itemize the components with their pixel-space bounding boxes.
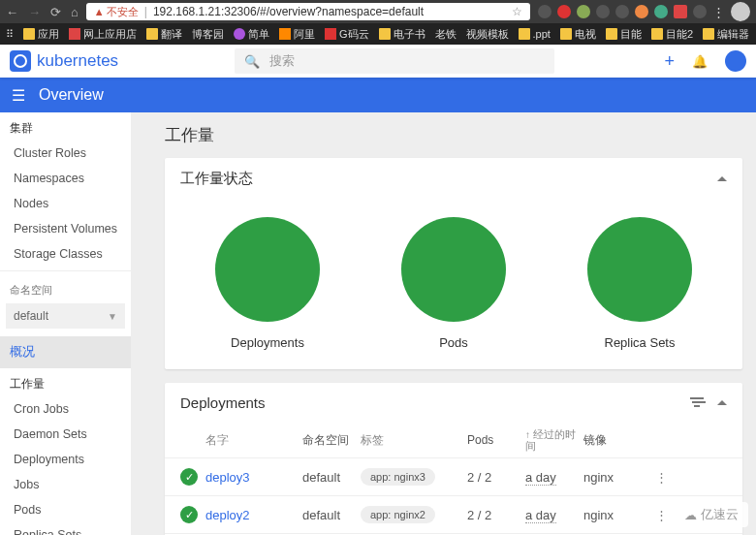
sidebar-section-namespace: 命名空间	[0, 275, 131, 301]
status-ok-icon: ✓	[180, 506, 198, 523]
deployment-link[interactable]: deploy3	[205, 470, 302, 485]
sidebar-item-deployments[interactable]: Deployments	[0, 447, 131, 472]
bookmark-item[interactable]: G码云	[325, 27, 369, 42]
row-menu-icon[interactable]: ⋮	[651, 470, 671, 485]
label-tag: app: nginx3	[361, 468, 435, 486]
bookmark-item[interactable]: 目能2	[651, 27, 693, 42]
content-title: 工作量	[165, 124, 742, 146]
sidebar-item-daemonsets[interactable]: Daemon Sets	[0, 422, 131, 447]
sidebar-item-persistent-volumes[interactable]: Persistent Volumes	[0, 216, 131, 241]
home-icon[interactable]: ⌂	[71, 5, 79, 19]
chart-replicasets: Replica Sets	[587, 217, 692, 350]
back-icon[interactable]: ←	[6, 5, 18, 19]
bookmark-item[interactable]: .ppt	[519, 28, 551, 40]
profile-avatar[interactable]	[731, 2, 750, 21]
collapse-icon[interactable]	[717, 400, 727, 405]
forward-icon[interactable]: →	[28, 5, 41, 19]
search-input[interactable]: 🔍 搜索	[235, 48, 554, 74]
page-header: ☰ Overview	[0, 78, 756, 112]
sidebar-item-storage-classes[interactable]: Storage Classes	[0, 241, 131, 267]
bookmark-item[interactable]: 翻译	[146, 27, 182, 42]
bookmark-item[interactable]: 网上应用店	[69, 27, 137, 42]
sidebar-section-cluster: 集群	[0, 112, 131, 141]
pie-icon	[215, 217, 320, 322]
browser-bar: ← → ⟳ ⌂ ▲ 不安全 | 192.168.1.21:32306/#/ove…	[0, 0, 756, 23]
menu-icon[interactable]: ⋮	[712, 5, 725, 19]
bookmark-item[interactable]: 简单	[234, 27, 269, 42]
bookmarks-bar: ⠿ 应用 网上应用店 翻译 博客园 简单 阿里 G码云 电子书 老铁 视频模板 …	[0, 23, 756, 45]
account-icon[interactable]	[725, 50, 746, 72]
sidebar-item-jobs[interactable]: Jobs	[0, 472, 131, 497]
label-tag: app: nginx2	[361, 506, 435, 523]
chart-pods: Pods	[401, 217, 506, 350]
sidebar-item-pods[interactable]: Pods	[0, 497, 131, 522]
chevron-down-icon: ▼	[108, 311, 117, 322]
address-bar[interactable]: ▲ 不安全 | 192.168.1.21:32306/#/overview?na…	[86, 3, 530, 20]
sidebar-item-cluster-roles[interactable]: Cluster Roles	[0, 141, 131, 166]
bookmark-item[interactable]: 编辑器	[703, 27, 749, 42]
kubernetes-logo[interactable]: kubernetes	[10, 50, 118, 72]
workload-status-card: 工作量状态 Deployments Pods Replica Sets	[165, 158, 742, 369]
bookmark-item[interactable]: 博客园	[192, 27, 224, 42]
filter-icon[interactable]	[690, 397, 704, 409]
table-row: ✓ deploy3 default app: nginx3 2 / 2 a da…	[165, 457, 742, 495]
table-header: 名字 命名空间 标签 Pods ↑ 经过的时间 镜像	[165, 423, 742, 457]
pie-icon	[401, 217, 506, 322]
sidebar-item-overview[interactable]: 概况	[0, 336, 131, 368]
bookmark-item[interactable]: 应用	[23, 27, 59, 42]
app-topbar: kubernetes 🔍 搜索 + 🔔	[0, 45, 756, 78]
sidebar-item-replicasets[interactable]: Replica Sets	[0, 522, 131, 535]
pie-icon	[587, 217, 692, 322]
bookmark-item[interactable]: 视频模板	[466, 27, 509, 42]
url-text: 192.168.1.21:32306/#/overview?namespace=…	[153, 5, 424, 18]
bookmark-item[interactable]: 电子书	[379, 27, 425, 42]
table-row: ✓ deploy2 default app: nginx2 2 / 2 a da…	[165, 495, 742, 533]
card-title: 工作量状态	[180, 170, 253, 188]
deployment-link[interactable]: deploy2	[205, 508, 302, 522]
bookmark-item[interactable]: 老铁	[435, 27, 457, 42]
bookmark-item[interactable]: 目能	[606, 27, 642, 42]
apps-icon[interactable]: ⠿	[6, 28, 14, 41]
search-icon: 🔍	[244, 54, 260, 69]
collapse-icon[interactable]	[717, 176, 727, 181]
sidebar-item-nodes[interactable]: Nodes	[0, 191, 131, 216]
chart-deployments: Deployments	[215, 217, 320, 350]
page-title: Overview	[39, 86, 104, 104]
bookmark-item[interactable]: 电视	[560, 27, 596, 42]
star-icon[interactable]: ☆	[512, 5, 522, 18]
notifications-icon[interactable]: 🔔	[692, 54, 708, 69]
create-button[interactable]: +	[664, 51, 675, 72]
sidebar-item-cronjobs[interactable]: Cron Jobs	[0, 396, 131, 422]
namespace-select[interactable]: default ▼	[6, 303, 125, 329]
watermark: ☁ 亿速云	[675, 502, 748, 527]
sidebar-section-workloads: 工作量	[0, 368, 131, 396]
bookmark-item[interactable]: 阿里	[279, 27, 315, 42]
status-ok-icon: ✓	[180, 468, 198, 486]
insecure-warning-icon: ▲ 不安全	[94, 5, 139, 19]
content-area: 工作量 工作量状态 Deployments Pods Replica Sets	[132, 112, 756, 535]
row-menu-icon[interactable]: ⋮	[651, 508, 671, 522]
extension-icons: ⋮	[538, 2, 750, 21]
hamburger-icon[interactable]: ☰	[12, 86, 25, 105]
deployments-card: Deployments 名字 命名空间 标签 Pods ↑ 经过的时间 镜像 ✓…	[165, 383, 742, 535]
sidebar: 集群 Cluster Roles Namespaces Nodes Persis…	[0, 112, 132, 535]
reload-icon[interactable]: ⟳	[50, 5, 61, 19]
card-title: Deployments	[180, 394, 266, 411]
cloud-icon: ☁	[684, 508, 697, 522]
sidebar-item-namespaces[interactable]: Namespaces	[0, 166, 131, 191]
